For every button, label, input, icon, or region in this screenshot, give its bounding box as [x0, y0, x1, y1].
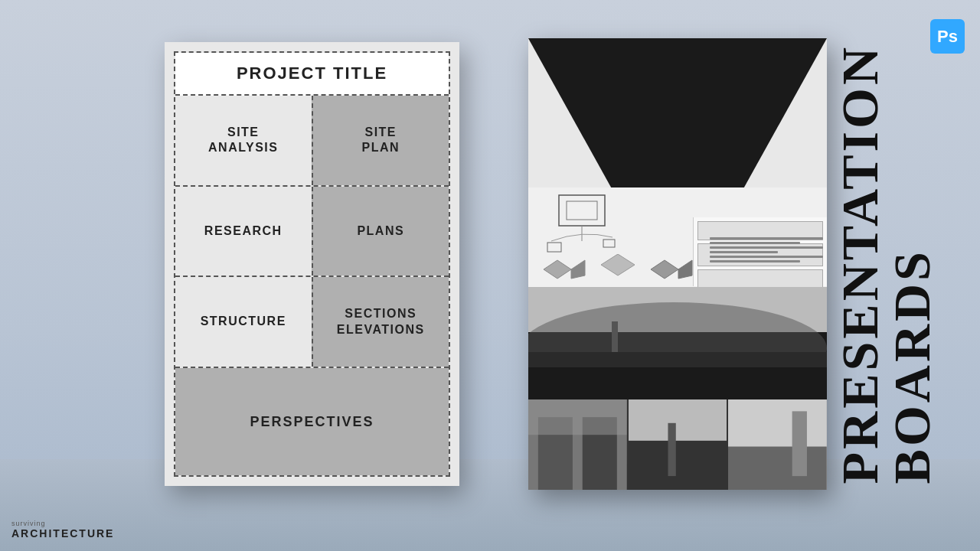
cell-research: RESEARCH — [175, 187, 312, 276]
board-photo — [528, 38, 827, 490]
text-line-6 — [710, 260, 801, 262]
grid-row-4: PERSPECTIVES — [175, 368, 449, 475]
grid-row-3: STRUCTURE SECTIONSELEVATIONS — [175, 277, 449, 368]
thumb-2 — [629, 399, 727, 490]
logo-bottom: ARCHITECTURE — [11, 527, 114, 540]
cell-plans: PLANS — [312, 187, 449, 276]
svg-marker-9 — [678, 260, 692, 279]
svg-rect-23 — [728, 447, 827, 490]
thumb-1 — [528, 399, 627, 490]
svg-marker-5 — [544, 260, 571, 279]
project-title: PROJECT TITLE — [175, 53, 449, 96]
iso-shape-2 — [601, 254, 635, 283]
vertical-text-presentation-boards: PRESENTATION BOARDS — [834, 44, 938, 484]
svg-rect-0 — [559, 195, 605, 226]
text-line-2 — [710, 242, 801, 244]
board-diagram: PROJECT TITLE SITEANALYSIS SITEPLAN RESE… — [174, 51, 450, 477]
photoshop-icon: Ps — [930, 19, 965, 54]
cell-site-plan: SITEPLAN — [312, 96, 449, 185]
cell-structure: STRUCTURE — [175, 277, 312, 367]
iso-shape-1 — [544, 254, 586, 283]
right-panel — [528, 38, 827, 490]
svg-rect-20 — [668, 423, 675, 476]
svg-rect-1 — [567, 201, 597, 220]
cell-sections-elevations: SECTIONSELEVATIONS — [312, 277, 449, 367]
vertical-text-line2: BOARDS — [883, 249, 941, 484]
text-line-3 — [710, 246, 823, 249]
grid-row-1: SITEANALYSIS SITEPLAN — [175, 96, 449, 187]
thumb-3-svg — [728, 399, 827, 490]
text-line-4 — [710, 251, 778, 253]
drawing-3 — [697, 269, 824, 287]
cell-site-analysis: SITEANALYSIS — [175, 96, 312, 185]
text-line-1 — [710, 237, 823, 240]
svg-rect-18 — [629, 399, 727, 441]
text-line-5 — [710, 256, 823, 258]
svg-rect-3 — [547, 243, 561, 252]
vertical-text-container: PRESENTATION BOARDS — [834, 34, 938, 494]
svg-marker-6 — [571, 260, 585, 279]
ps-label: Ps — [937, 27, 958, 47]
grid-row-2: RESEARCH PLANS — [175, 187, 449, 278]
cell-perspectives: PERSPECTIVES — [175, 368, 449, 475]
svg-rect-24 — [792, 411, 807, 476]
iso-shape-3 — [651, 254, 693, 283]
svg-marker-7 — [601, 254, 635, 276]
photo-bottom — [528, 399, 827, 490]
left-panel: PROJECT TITLE SITEANALYSIS SITEPLAN RESE… — [165, 42, 459, 486]
logo-top: surviving — [11, 520, 114, 527]
svg-rect-16 — [528, 399, 627, 435]
text-block — [710, 237, 823, 267]
thumb-3 — [728, 399, 827, 490]
vertical-text-line1: PRESENTATION — [831, 44, 889, 484]
landscape-svg — [528, 287, 827, 400]
photo-mid — [528, 287, 827, 400]
svg-rect-22 — [728, 399, 827, 447]
aerial-dark-area — [528, 38, 827, 200]
svg-rect-19 — [629, 441, 727, 490]
logo-area: surviving ARCHITECTURE — [11, 520, 114, 540]
thumb-1-svg — [528, 399, 627, 490]
svg-rect-12 — [528, 367, 827, 398]
iso-shapes — [544, 254, 693, 283]
thumb-2-svg — [629, 399, 727, 490]
svg-rect-4 — [603, 240, 615, 247]
aerial-map — [528, 38, 827, 287]
svg-marker-8 — [651, 260, 678, 279]
photo-top — [528, 38, 827, 287]
